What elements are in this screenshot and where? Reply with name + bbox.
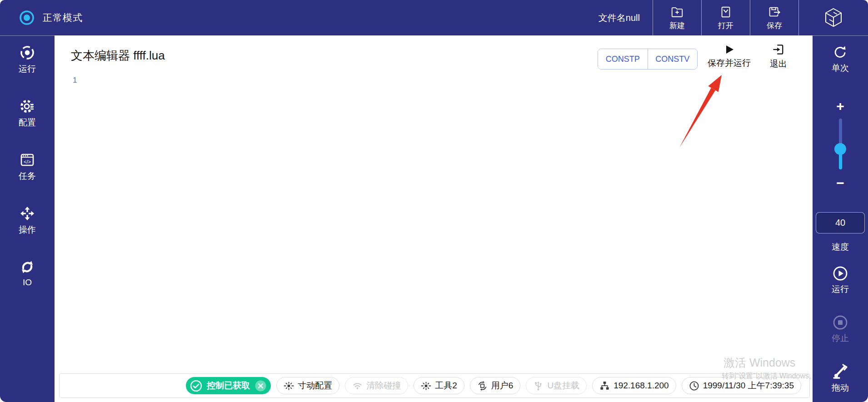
code-editor-area[interactable] (82, 74, 799, 375)
refresh-loop-icon (832, 44, 848, 60)
move-icon (19, 205, 35, 222)
rotate-frame-icon (477, 381, 488, 391)
sidebar-item-io[interactable]: IO (19, 259, 35, 288)
app-logo (798, 0, 868, 35)
top-bar: 正常模式 文件名null 新建 打开 (0, 0, 868, 35)
save-file-button[interactable]: 保存 (750, 0, 798, 35)
ip-address-label: 192.168.1.200 (614, 381, 669, 391)
user-frame-label: 用户6 (491, 380, 514, 392)
open-file-button[interactable]: 打开 (701, 0, 750, 35)
sidebar-item-config[interactable]: 配置 (19, 98, 36, 129)
filename-label: 文件名null (599, 0, 653, 35)
sidebar-item-run[interactable]: 运行 (19, 45, 36, 75)
editor-title: 文本编辑器 ffff.lua (71, 48, 165, 64)
new-folder-icon (670, 5, 684, 19)
mode-radio-icon[interactable] (18, 9, 35, 26)
speed-plus-button[interactable]: + (813, 99, 868, 113)
editor-panel: 文本编辑器 ffff.lua 1 CONSTP CONSTV 保存并运行 退出 (55, 35, 813, 402)
stop-program-button[interactable]: 停止 (813, 314, 868, 344)
usb-mount-button[interactable]: U盘挂载 (526, 377, 587, 394)
check-circle-icon (190, 380, 202, 392)
swap-icon (19, 259, 35, 275)
network-lan-icon (599, 381, 610, 391)
usb-icon (533, 381, 544, 391)
cube-logo-icon (823, 7, 844, 29)
code-window-icon: </> (19, 152, 35, 168)
drag-robot-arm-icon (832, 363, 849, 380)
mode-indicator: 正常模式 (0, 0, 599, 35)
drag-teach-label: 拖动 (832, 382, 849, 394)
datetime-label: 1999/11/30 上午7:39:35 (703, 380, 794, 392)
new-file-label: 新建 (669, 20, 685, 31)
speed-slider[interactable] (813, 119, 868, 169)
sidebar-item-operate[interactable]: 操作 (19, 205, 36, 236)
speed-minus-button[interactable]: − (813, 176, 868, 190)
open-file-icon (719, 5, 733, 19)
tool-label: 工具2 (435, 380, 457, 392)
right-sidebar: 单次 + − 40 速度 运行 停止 (813, 35, 868, 402)
topbar-actions: 文件名null 新建 打开 (599, 0, 868, 35)
exit-label: 退出 (770, 58, 787, 70)
gear-icon (19, 98, 35, 114)
ip-address-display: 192.168.1.200 (592, 377, 676, 394)
run-program-button[interactable]: 运行 (813, 265, 868, 295)
stop-program-label: 停止 (832, 333, 849, 344)
save-icon (768, 5, 781, 19)
speed-label: 速度 (813, 241, 868, 253)
circle-stop-icon (832, 314, 848, 331)
clear-collision-label: 清除碰撞 (366, 380, 401, 392)
constp-button[interactable]: CONSTP (598, 49, 648, 69)
usb-mount-label: U盘挂载 (547, 380, 579, 392)
svg-text:</>: </> (24, 159, 31, 164)
play-icon (724, 45, 734, 55)
sidebar-item-label: 配置 (19, 117, 36, 129)
single-cycle-button[interactable]: 单次 (813, 44, 868, 74)
jog-brightness-icon (284, 381, 294, 391)
slider-thumb[interactable] (834, 143, 846, 155)
control-acquired-badge: 控制已获取 (186, 377, 271, 394)
save-file-label: 保存 (767, 20, 782, 31)
user-frame-button[interactable]: 用户6 (470, 377, 521, 394)
collision-wifi-icon (352, 381, 363, 391)
open-file-label: 打开 (718, 20, 733, 31)
tool-brightness-icon (421, 381, 431, 391)
release-control-close-icon[interactable] (254, 380, 267, 392)
run-program-label: 运行 (832, 283, 849, 295)
exit-button[interactable]: 退出 (760, 42, 797, 70)
save-and-run-label: 保存并运行 (708, 57, 751, 69)
single-cycle-label: 单次 (832, 62, 849, 74)
circle-play-icon (832, 265, 848, 282)
status-bar: 控制已获取 寸动配置 清除碰撞 (59, 373, 810, 398)
drag-teach-button[interactable]: 拖动 (813, 363, 868, 394)
jog-config-button[interactable]: 寸动配置 (276, 377, 339, 394)
constv-button[interactable]: CONSTV (648, 49, 698, 69)
control-acquired-label: 控制已获取 (207, 380, 250, 392)
save-and-run-button[interactable]: 保存并运行 (698, 45, 760, 69)
speed-value-display: 40 (816, 212, 865, 233)
sidebar-item-label: 操作 (19, 224, 36, 236)
clock-icon (689, 381, 699, 391)
sidebar-item-task[interactable]: </> 任务 (19, 152, 36, 182)
tool-button[interactable]: 工具2 (414, 377, 464, 394)
datetime-display: 1999/11/30 上午7:39:35 (682, 377, 801, 394)
new-file-button[interactable]: 新建 (653, 0, 701, 35)
sidebar-item-label: IO (23, 278, 32, 288)
editor-line-number: 1 (73, 76, 77, 85)
mode-label: 正常模式 (43, 11, 83, 24)
exit-icon (772, 42, 785, 57)
const-button-group: CONSTP CONSTV (598, 49, 698, 69)
jog-config-label: 寸动配置 (298, 380, 332, 392)
sidebar-item-label: 任务 (19, 170, 36, 182)
left-sidebar: 运行 配置 </> 任务 (0, 35, 55, 402)
sidebar-item-label: 运行 (19, 63, 36, 75)
target-run-icon (19, 45, 35, 61)
clear-collision-button[interactable]: 清除碰撞 (345, 377, 408, 394)
